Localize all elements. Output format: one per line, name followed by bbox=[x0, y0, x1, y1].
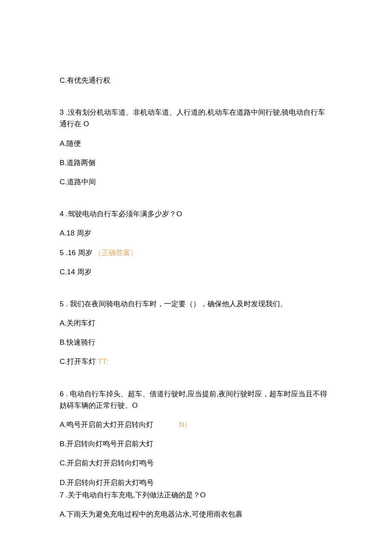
option-c: C.开启前大灯开启转向灯鸣号 bbox=[60, 457, 332, 469]
hint-text: TT: bbox=[98, 357, 108, 366]
option-b: B.道路两侧 bbox=[60, 157, 332, 169]
option-c-text: C.打开车灯 bbox=[60, 357, 96, 366]
option-b: B.开启转向灯鸣号开启前大灯 bbox=[60, 438, 332, 450]
option-a: A.18 周岁 bbox=[60, 227, 332, 239]
option-a: A.鸣号开启前大灯开启转向灯N） bbox=[60, 419, 332, 430]
option-c: C.道路中间 bbox=[60, 176, 332, 188]
question-stem: 3 .没有划分机动车道、非机动车道、人行道的,机动车在道路中间行驶,骑电动自行车… bbox=[60, 107, 332, 130]
option-d: D.开启转向灯开启前大灯鸣号 bbox=[60, 477, 332, 488]
question-7-stem: 7 .关于电动自行车充电,下列做法正确的是？O bbox=[60, 489, 332, 501]
question-3: 3 .没有划分机动车道、非机动车道、人行道的,机动车在道路中间行驶,骑电动自行车… bbox=[60, 107, 332, 188]
option-a-text: A.鸣号开启前大灯开启转向灯 bbox=[60, 421, 153, 429]
question-stem: 6 . 电动自行车掉头、超车、借道行驶时,应当提前,夜间行驶时应，超车时应当且不… bbox=[60, 388, 332, 411]
question-5: 5 . 我们在夜间骑电动自行车时，一定要（），确保他人及时发现我们。 A.关闭车… bbox=[60, 298, 332, 368]
option-c: C.打开车灯 TT: bbox=[60, 356, 332, 367]
option-c: C.14 周岁 bbox=[60, 266, 332, 278]
question-7-option-a: A.下雨天为避免充电过程中的充电器沾水,可使用雨衣包裹 bbox=[60, 509, 332, 520]
question-4: 4 .驾驶电动自行车必须年满多少岁？O A.18 周岁 5 .16 周岁 （正确… bbox=[60, 208, 332, 278]
option-b: B.快速骑行 bbox=[60, 337, 332, 348]
question-stem: 4 .驾驶电动自行车必须年满多少岁？O bbox=[60, 208, 332, 220]
option-a: A.关闭车灯 bbox=[60, 317, 332, 329]
hint-text: N） bbox=[179, 421, 191, 429]
option-c: C.有优先通行权 bbox=[60, 75, 332, 86]
option-b-text: 5 .16 周岁 bbox=[60, 249, 92, 257]
orphan-option-block: C.有优先通行权 bbox=[60, 75, 332, 86]
option-a: A.随便 bbox=[60, 138, 332, 149]
correct-answer-hint: （正确答案） bbox=[94, 249, 138, 257]
question-stem: 5 . 我们在夜间骑电动自行车时，一定要（），确保他人及时发现我们。 bbox=[60, 298, 332, 310]
option-b: 5 .16 周岁 （正确答案） bbox=[60, 247, 332, 259]
question-6: 6 . 电动自行车掉头、超车、借道行驶时,应当提前,夜间行驶时应，超车时应当且不… bbox=[60, 388, 332, 520]
